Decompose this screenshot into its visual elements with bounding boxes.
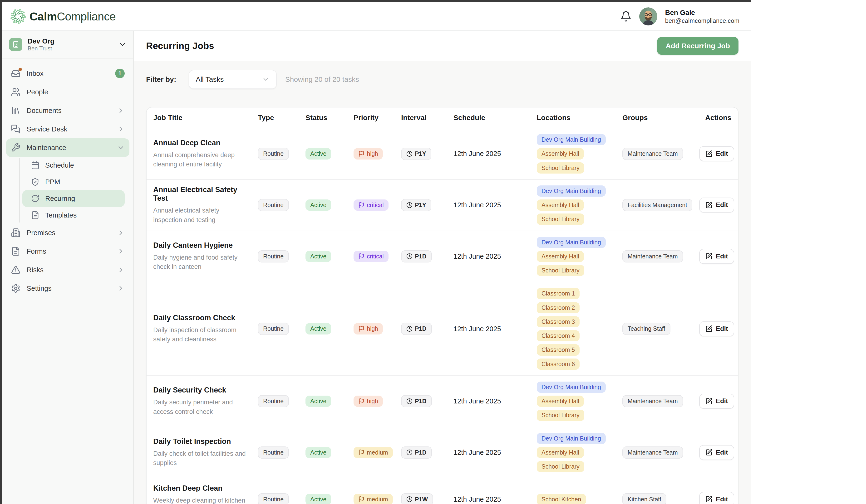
edit-button[interactable]: Edit: [699, 445, 734, 460]
org-switcher[interactable]: Dev Org Ben Trust: [2, 31, 133, 58]
edit-button[interactable]: Edit: [699, 146, 734, 161]
sidebar-item-people[interactable]: People: [6, 83, 130, 101]
refresh-icon: [31, 194, 40, 203]
sidebar-item-inbox[interactable]: Inbox 1: [6, 64, 130, 83]
sidebar-item-label: Premises: [27, 229, 55, 237]
priority-cell: medium: [354, 447, 401, 458]
sidebar-item-settings[interactable]: Settings: [6, 279, 130, 298]
location-badge: Assembly Hall: [537, 199, 584, 211]
edit-button[interactable]: Edit: [699, 394, 734, 409]
group-badge: Maintenance Team: [622, 148, 683, 160]
actions-cell: Edit: [699, 146, 738, 161]
location-badge: Assembly Hall: [537, 447, 584, 458]
table-header-row: Job Title Type Status Priority Interval …: [146, 107, 738, 128]
user-name: Ben Gale: [665, 8, 740, 17]
clock-icon: [406, 326, 412, 332]
sidebar-subitem-schedule[interactable]: Schedule: [22, 157, 125, 173]
edit-button[interactable]: Edit: [699, 492, 734, 504]
inbox-count-badge: 1: [115, 69, 125, 78]
priority-badge: medium: [354, 447, 393, 458]
job-title: Daily Toilet Inspection: [153, 437, 248, 446]
group-badge: Maintenance Team: [622, 395, 683, 407]
priority-badge: high: [354, 396, 383, 407]
job-title-cell: Daily Toilet InspectionDaily check of to…: [146, 437, 258, 468]
locations-cell: Dev Org Main BuildingAssembly HallSchool…: [532, 237, 618, 276]
schedule-date: 12th June 2025: [449, 201, 532, 209]
sidebar-item-label: Documents: [27, 107, 62, 115]
type-cell: Routine: [258, 148, 306, 160]
add-recurring-job-button[interactable]: Add Recurring Job: [657, 37, 739, 55]
job-row: Annual Deep CleanAnnual comprehensive de…: [146, 128, 738, 180]
task-filter-select[interactable]: All Tasks: [189, 70, 277, 89]
sidebar-nav: Inbox 1 People Documents Service Desk: [2, 58, 133, 298]
chevron-down-icon: [119, 41, 126, 48]
brand: CalmCompliance: [10, 8, 115, 24]
edit-button[interactable]: Edit: [699, 249, 734, 264]
sidebar-item-maintenance[interactable]: Maintenance: [6, 138, 130, 157]
group-cell: Maintenance Team: [618, 148, 699, 160]
status-cell: Active: [306, 323, 354, 334]
maintenance-submenu: Schedule PPM Recurring Templates: [22, 157, 125, 224]
sidebar-item-documents[interactable]: Documents: [6, 101, 130, 120]
inbox-unread-dot: [19, 68, 22, 71]
type-badge: Routine: [258, 323, 289, 335]
flag-icon: [358, 253, 365, 259]
location-badge: School Kitchen: [537, 494, 586, 504]
interval-cell: P1D: [401, 395, 449, 407]
type-badge: Routine: [258, 395, 289, 407]
notifications-bell-icon[interactable]: [620, 11, 632, 22]
column-header-status: Status: [306, 114, 354, 122]
tasks-count-summary: Showing 20 of 20 tasks: [285, 76, 359, 83]
column-header-type: Type: [258, 114, 306, 122]
interval-badge: P1D: [401, 323, 432, 335]
user-avatar[interactable]: [639, 7, 657, 25]
sidebar-item-risks[interactable]: Risks: [6, 261, 130, 279]
locations-cell: Dev Org Main BuildingAssembly HallSchool…: [532, 433, 618, 472]
brand-name-light: Compliance: [57, 10, 115, 23]
people-icon: [11, 87, 21, 97]
edit-button[interactable]: Edit: [699, 321, 734, 336]
job-row: Annual Electrical Safety TestAnnual elec…: [146, 180, 738, 231]
sidebar-item-forms[interactable]: Forms: [6, 242, 130, 261]
edit-button[interactable]: Edit: [699, 197, 734, 213]
job-title-cell: Annual Deep CleanAnnual comprehensive de…: [146, 139, 258, 169]
column-header-schedule: Schedule: [449, 114, 532, 122]
sidebar-item-service-desk[interactable]: Service Desk: [6, 120, 130, 138]
interval-cell: P1D: [401, 446, 449, 459]
job-description: Annual electrical safety inspection and …: [153, 206, 248, 225]
group-cell: Maintenance Team: [618, 395, 699, 407]
job-row: Daily Classroom CheckDaily inspection of…: [146, 282, 738, 376]
type-badge: Routine: [258, 493, 289, 504]
job-title: Annual Electrical Safety Test: [153, 185, 248, 203]
location-badge: Classroom 5: [537, 344, 579, 355]
clock-icon: [406, 253, 412, 259]
sidebar-subitem-label: Schedule: [45, 161, 74, 169]
brand-name-bold: Calm: [30, 10, 57, 23]
table-body: Annual Deep CleanAnnual comprehensive de…: [146, 128, 738, 504]
job-title-cell: Daily Security CheckDaily security perim…: [146, 386, 258, 416]
flag-icon: [358, 398, 365, 404]
actions-cell: Edit: [699, 249, 738, 264]
schedule-date: 12th June 2025: [449, 252, 532, 260]
job-description: Annual comprehensive deep cleaning of en…: [153, 150, 248, 169]
priority-badge: high: [354, 323, 383, 334]
chevron-right-icon: [117, 229, 125, 237]
locations-cell: Dev Org Main BuildingAssembly HallSchool…: [532, 185, 618, 225]
filter-bar: Filter by: All Tasks Showing 20 of 20 ta…: [146, 70, 739, 89]
sidebar-subitem-ppm[interactable]: PPM: [22, 173, 125, 190]
type-cell: Routine: [258, 395, 306, 407]
sidebar-subitem-recurring[interactable]: Recurring: [22, 190, 125, 207]
priority-badge: critical: [354, 251, 389, 262]
locations-cell: School Kitchen: [532, 494, 618, 504]
interval-cell: P1Y: [401, 199, 449, 211]
user-email: ben@calmcompliance.com: [665, 17, 740, 25]
sidebar-item-premises[interactable]: Premises: [6, 224, 130, 242]
type-cell: Routine: [258, 493, 306, 504]
library-icon: [11, 106, 21, 115]
column-header-groups: Groups: [618, 114, 699, 122]
wrench-icon: [11, 143, 21, 152]
chevron-down-icon: [262, 76, 269, 83]
status-cell: Active: [306, 396, 354, 407]
gear-icon: [11, 284, 21, 293]
sidebar-subitem-templates[interactable]: Templates: [22, 207, 125, 224]
